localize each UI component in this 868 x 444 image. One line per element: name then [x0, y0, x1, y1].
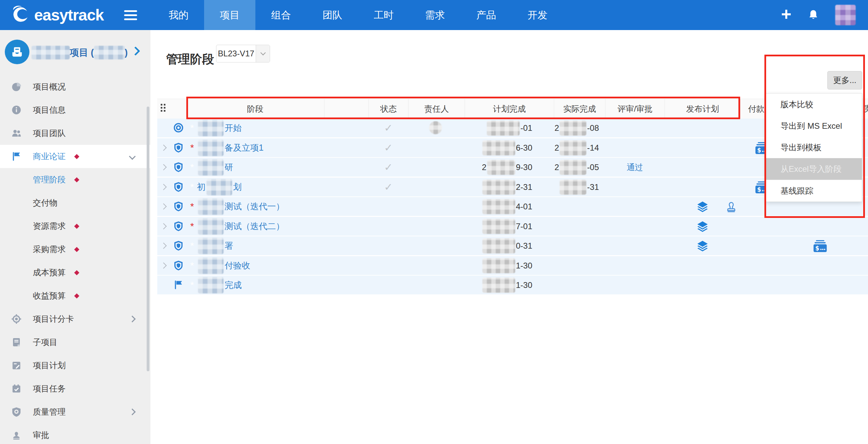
redacted-stage-name — [206, 179, 232, 195]
sidebar-item-5[interactable]: 管理阶段 — [0, 168, 150, 191]
notifications-bell-icon[interactable] — [807, 8, 819, 22]
menu-item-5[interactable]: 基线跟踪 — [766, 180, 862, 202]
sidebar-item-13[interactable]: 项目计划 — [0, 354, 150, 377]
expand-chevron-icon[interactable] — [160, 164, 166, 170]
sidebar-item-4[interactable]: 商业论证 — [0, 145, 150, 168]
expand-chevron-icon[interactable] — [160, 223, 166, 229]
redacted-stage-name — [198, 238, 224, 254]
sidebar-item-10[interactable]: 收益预算 — [0, 284, 150, 307]
expand-chevron-icon[interactable] — [160, 144, 166, 151]
menu-item-2[interactable]: 导出到 MS Excel — [766, 115, 862, 137]
sidebar-item-14[interactable]: 项目任务 — [0, 377, 150, 400]
sidebar-scrollbar[interactable] — [147, 107, 149, 371]
sidebar-item-2[interactable]: 项目信息 — [0, 98, 150, 122]
redacted-planned-date — [482, 180, 515, 195]
redacted-planned-date — [482, 258, 515, 273]
stage-name-link[interactable]: 完成 — [225, 279, 242, 291]
required-diamond-icon — [74, 270, 79, 275]
column-header-4[interactable]: 责任人 — [408, 99, 465, 119]
stage-name-link[interactable]: 划 — [233, 181, 242, 193]
stage-name-link[interactable]: 研 — [225, 162, 233, 173]
sidebar-item-label: 审批 — [33, 430, 49, 441]
redacted-planned-date — [482, 238, 515, 253]
sidebar-item-15[interactable]: 质量管理 — [0, 400, 150, 424]
more-button[interactable]: 更多... — [827, 71, 862, 89]
expand-chevron-icon[interactable] — [160, 203, 166, 209]
planned-date-text: 1-30 — [516, 280, 532, 290]
approval-stamp-icon[interactable] — [725, 200, 738, 213]
stage-name-link[interactable]: 备及立项1 — [225, 142, 264, 153]
stage-name-link[interactable]: 开始 — [225, 122, 242, 134]
expand-chevron-icon[interactable] — [160, 242, 166, 249]
page-title: 管理阶段 — [166, 51, 214, 67]
column-header-5[interactable]: 计划完成 — [465, 99, 554, 119]
sidebar-item-3[interactable]: 项目团队 — [0, 122, 150, 145]
chevron-right-icon[interactable] — [131, 46, 140, 56]
stage-name-link[interactable]: 付验收 — [225, 260, 250, 271]
sidebar-item-1[interactable]: 项目概况 — [0, 75, 150, 98]
redacted-planned-date — [482, 140, 515, 155]
column-header-7[interactable]: 评审/审批 — [605, 99, 665, 119]
sidebar-item-12[interactable]: 子项目 — [0, 331, 150, 354]
stage-name-prefix[interactable]: 初 — [197, 181, 205, 193]
sidebar-item-11[interactable]: 项目计分卡 — [0, 307, 150, 331]
column-header-3[interactable]: 状态 — [369, 99, 408, 119]
version-select-button[interactable] — [256, 45, 270, 62]
table-row-8: *付验收1-30 — [157, 256, 868, 275]
drag-handle-icon[interactable] — [161, 104, 165, 112]
redacted-planned-date — [482, 199, 515, 214]
nav-item-8[interactable]: 开发 — [512, 0, 563, 30]
user-avatar[interactable] — [835, 5, 856, 25]
hamburger-menu-icon[interactable] — [124, 10, 137, 20]
release-plan-layers-icon[interactable] — [696, 200, 709, 213]
nav-item-1[interactable]: 我的 — [153, 0, 204, 30]
release-plan-layers-icon[interactable] — [696, 239, 709, 252]
expand-chevron-icon[interactable] — [160, 262, 166, 268]
chevron-down-icon — [260, 50, 266, 56]
sidebar-item-6[interactable]: 交付物 — [0, 191, 150, 214]
owner-avatar[interactable] — [429, 121, 442, 134]
navbar-right: + — [781, 0, 856, 30]
menu-item-1[interactable]: 版本比较 — [766, 94, 862, 115]
column-header-6[interactable]: 实际完成 — [554, 99, 605, 119]
planned-date-text: 6-30 — [516, 143, 532, 153]
planned-date-text: -01 — [520, 123, 532, 133]
sidebar-item-label: 资源需求 — [33, 221, 66, 232]
column-header-2[interactable] — [324, 99, 369, 119]
column-header-8[interactable]: 发布计划 — [665, 99, 740, 119]
sidebar-item-8[interactable]: 采购需求 — [0, 238, 150, 261]
nav-item-3[interactable]: 组合 — [255, 0, 307, 30]
required-star: * — [189, 123, 196, 134]
version-select[interactable]: BL23-V17 — [216, 45, 270, 63]
menu-item-3[interactable]: 导出到模板 — [766, 137, 862, 158]
sidebar-item-9[interactable]: 成本预算 — [0, 261, 150, 284]
review-pass-link[interactable]: 通过 — [605, 158, 665, 177]
plan-icon — [11, 360, 22, 371]
menu-item-4[interactable]: 从Excel导入阶段 — [766, 158, 862, 180]
sidebar-item-label: 项目任务 — [33, 383, 66, 394]
stage-name-link[interactable]: 测试（迭代二） — [225, 221, 284, 232]
nav-item-6[interactable]: 需求 — [409, 0, 460, 30]
sidebar-item-label: 项目计划 — [33, 360, 66, 371]
stage-name-link[interactable]: 署 — [225, 240, 233, 251]
release-plan-layers-icon[interactable] — [696, 220, 709, 233]
logo[interactable]: easytrack — [11, 5, 104, 25]
sidebar-item-7[interactable]: 资源需求 — [0, 214, 150, 238]
nav-item-7[interactable]: 产品 — [460, 0, 512, 30]
add-icon[interactable]: + — [781, 4, 791, 24]
stage-name-link[interactable]: 测试（迭代一） — [225, 201, 284, 212]
project-header[interactable]: 项目 ( ) — [0, 30, 150, 75]
top-navbar: easytrack 我的项目组合团队工时需求产品开发 + — [0, 0, 868, 30]
nav-item-5[interactable]: 工时 — [358, 0, 409, 30]
planned-finish-cell: 1-30 — [465, 256, 532, 275]
planned-date-text: 0-31 — [516, 241, 532, 251]
version-select-value: BL23-V17 — [216, 45, 256, 62]
payment-plan-icon[interactable]: $ — [813, 240, 827, 252]
sidebar-item-16[interactable]: 审批 — [0, 424, 150, 444]
nav-item-2[interactable]: 项目 — [204, 0, 255, 30]
nav-item-4[interactable]: 团队 — [307, 0, 358, 30]
column-header-1[interactable]: 阶段 — [186, 99, 324, 119]
redacted-planned-date — [482, 278, 515, 293]
expand-chevron-icon[interactable] — [160, 184, 166, 190]
required-diamond-icon — [74, 247, 79, 252]
